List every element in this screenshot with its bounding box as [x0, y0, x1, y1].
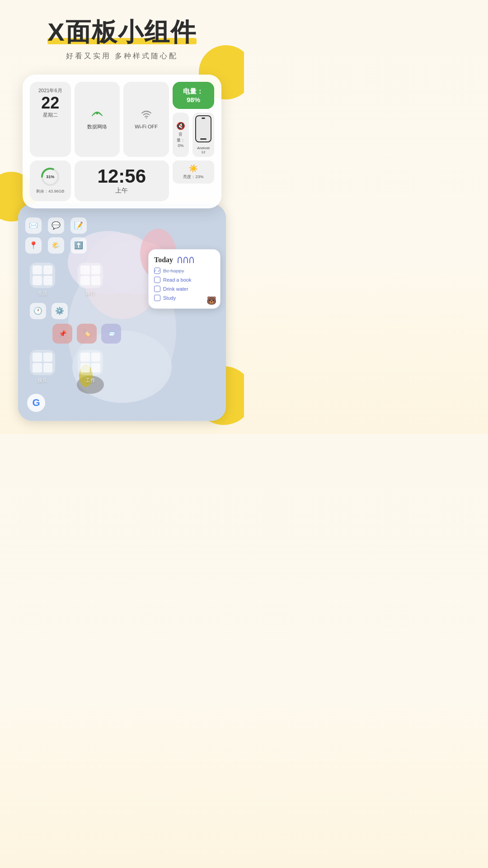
todo-header: Today — [154, 256, 215, 264]
folder-work-icon3 — [80, 363, 90, 373]
folder-entertainment-label: 娱乐 — [38, 377, 47, 384]
weekday: 星期二 — [34, 112, 66, 118]
folder-life-icon2 — [43, 265, 53, 275]
todo-text-3: Drink water — [163, 286, 188, 292]
storage-ring: 31% — [40, 167, 60, 187]
folder-life-icon4 — [43, 276, 53, 285]
screen-content: ✉️ 💬 📝 📍 🌤️ ⬆️ 生活 — [18, 204, 226, 421]
right-cells: 电量：98% 🔇 音量：0% Android 12 — [173, 82, 214, 157]
volume-icon: 🔇 — [176, 122, 185, 130]
app-icon-mail[interactable]: ✉️ — [25, 217, 42, 234]
app-icon-weather[interactable]: 🌤️ — [48, 237, 64, 254]
phone-screen: ✉️ 💬 📝 📍 🌤️ ⬆️ 生活 — [18, 204, 226, 421]
app-icon-note[interactable]: 📝 — [70, 217, 87, 234]
folder-life-icon3 — [33, 276, 42, 285]
battery-cell[interactable]: 电量：98% — [173, 82, 214, 109]
svg-point-1 — [145, 117, 147, 118]
pink-folder-row: 📌 🏷️ 📨 — [52, 324, 219, 344]
storage-remaining: 剩余：43.96GB — [36, 189, 65, 194]
storage-percent: 31% — [46, 175, 54, 179]
clock-ampm: 上午 — [115, 187, 128, 195]
folder-row-2: 娱乐 工作 — [30, 350, 219, 384]
header: X面板小组件 好看又实用 多种样式随心配 — [0, 0, 244, 66]
date-cell: 2021年6月 22 星期二 — [30, 82, 71, 157]
widget-card: 2021年6月 22 星期二 数据网络 — [23, 75, 221, 208]
todo-check-2 — [154, 277, 160, 283]
todo-check-1: ✓ — [154, 268, 160, 274]
app-icon-location[interactable]: 📍 — [25, 237, 42, 254]
spiral-3 — [189, 257, 194, 263]
folder-travel-icon3 — [80, 276, 90, 285]
volume-label: 音量：0% — [176, 132, 185, 148]
folder-travel[interactable]: 旅行 — [78, 263, 103, 297]
clock-cell: 12:56 上午 — [75, 160, 169, 201]
day: 22 — [34, 94, 66, 112]
folder-travel-icon2 — [91, 265, 101, 275]
spiral-2 — [183, 257, 188, 263]
todo-spirals — [178, 257, 194, 263]
todo-item-3[interactable]: Drink water — [154, 286, 215, 292]
folder-life-icon1 — [33, 265, 42, 275]
folder-ent-icon2 — [43, 353, 53, 362]
todo-item-1[interactable]: ✓ Be happy — [154, 268, 215, 274]
todo-item-2[interactable]: Read a book — [154, 277, 215, 283]
phone-display-cell: Android 12 — [192, 113, 214, 157]
brightness-label: 亮度：23% — [183, 174, 203, 180]
todo-item-4[interactable]: Study — [154, 295, 215, 301]
todo-check-3 — [154, 286, 160, 292]
folder-work-label: 工作 — [85, 377, 95, 384]
data-network-label: 数据网络 — [87, 123, 107, 130]
folder-work-icon1 — [80, 353, 90, 362]
phone-display-icon — [195, 115, 211, 142]
brightness-cell[interactable]: ☀️ 亮度：23% — [173, 160, 214, 184]
phone-area: 2021年6月 22 星期二 数据网络 — [14, 75, 230, 421]
folder-work-icon2 — [91, 353, 101, 362]
folder-travel-icon4 — [91, 276, 101, 285]
folder-ent-icon1 — [33, 353, 42, 362]
app-icon-special3[interactable]: 📨 — [101, 324, 121, 344]
app-icon-special[interactable]: 📌 — [52, 324, 72, 344]
app-icon-special2[interactable]: 🏷️ — [77, 324, 97, 344]
clock-time: 12:56 — [98, 167, 146, 186]
todo-bear-icon: 🐻 — [206, 296, 216, 306]
todo-check-4 — [154, 295, 160, 301]
folder-ent-icon3 — [33, 363, 42, 373]
google-icon: G — [27, 394, 45, 412]
todo-text-2: Read a book — [163, 277, 191, 283]
app-icon-clock[interactable]: 🕐 — [30, 303, 46, 319]
data-network-cell[interactable]: 数据网络 — [75, 82, 120, 157]
folder-ent-icon4 — [43, 363, 53, 373]
app-icon-settings[interactable]: ⚙️ — [52, 303, 68, 319]
todo-text-4: Study — [163, 295, 176, 301]
volume-cell[interactable]: 🔇 音量：0% — [173, 113, 189, 157]
folder-life-label: 生活 — [38, 290, 47, 297]
brightness-icon: ☀️ — [189, 164, 198, 173]
year-month: 2021年6月 — [34, 87, 66, 94]
wifi-label: Wi-Fi OFF — [135, 124, 158, 129]
folder-work-icon4 — [91, 363, 101, 373]
folder-work[interactable]: 工作 — [78, 350, 103, 384]
top-icon-row: ✉️ 💬 📝 — [25, 217, 219, 234]
brightness-col: ☀️ 亮度：23% — [173, 160, 214, 201]
google-button[interactable]: G — [27, 394, 45, 412]
todo-title: Today — [154, 256, 173, 264]
app-icon-message[interactable]: 💬 — [48, 217, 64, 234]
folder-entertainment[interactable]: 娱乐 — [30, 350, 55, 384]
android-label: Android 12 — [195, 146, 211, 154]
wifi-icon — [141, 109, 152, 121]
wifi-cell[interactable]: Wi-Fi OFF — [123, 82, 169, 157]
battery-text: 电量：98% — [179, 87, 208, 104]
todo-text-1: Be happy — [163, 268, 184, 274]
google-letter: G — [32, 397, 40, 409]
app-icon-upload[interactable]: ⬆️ — [70, 237, 87, 254]
folder-life[interactable]: 生活 — [30, 263, 55, 297]
page-title: X面板小组件 — [47, 18, 196, 46]
folder-travel-icon1 — [80, 265, 90, 275]
todo-widget: Today ✓ Be happy Read a book — [148, 249, 221, 309]
page-subtitle: 好看又实用 多种样式随心配 — [0, 52, 244, 61]
folder-travel-label: 旅行 — [85, 290, 95, 297]
signal-icon — [91, 108, 103, 121]
storage-cell: 31% 剩余：43.96GB — [30, 160, 71, 201]
spiral-1 — [178, 257, 182, 263]
